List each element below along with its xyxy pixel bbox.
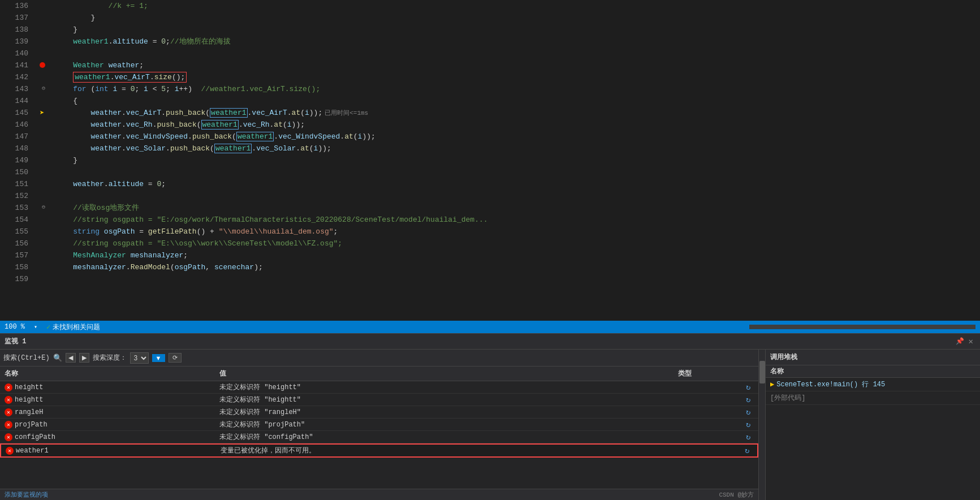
refresh-icon[interactable]: ↻ (746, 420, 750, 429)
code-line: string osgPath = getFilePath() + "\\mode… (51, 226, 980, 238)
table-row: 141 Weather weather; (0, 59, 980, 71)
call-stack-row[interactable]: [外部代码] (766, 391, 980, 405)
code-line: weather.vec_Rh.push_back(weather1.vec_Rh… (51, 119, 980, 131)
watch-cell-refresh[interactable]: ↻ (741, 431, 758, 443)
search-icon: 🔍 (53, 354, 62, 363)
add-watch-link[interactable]: 添加要监视的项 (5, 490, 48, 499)
watch-cell-refresh[interactable]: ↻ (741, 394, 758, 406)
vertical-scrollbar[interactable] (758, 350, 765, 500)
refresh-icon[interactable]: ↻ (746, 407, 750, 417)
table-row: 149 } (0, 154, 980, 166)
watch-cell-value: 未定义标识符 "heightt" (215, 381, 674, 393)
watch-cell-refresh[interactable]: ↻ (741, 406, 758, 418)
code-line: meshanalyzer.ReadModel(osgPath, scenecha… (51, 261, 980, 273)
watch-cell-name: ✕ rangleH (0, 407, 215, 417)
search-next-button[interactable]: ▶ (79, 353, 89, 363)
watch-row[interactable]: ✕ heightt 未定义标识符 "heightt" ↻ (0, 394, 758, 406)
error-icon: ✕ (6, 447, 14, 455)
watch-cell-type (674, 436, 741, 438)
watch-cell-refresh[interactable]: ↻ (741, 419, 758, 430)
watch-cell-refresh[interactable]: ↻ (740, 445, 757, 456)
table-row: 147 weather.vec_WindvSpeed.push_back(wea… (0, 131, 980, 143)
scrollbar-thumb-v[interactable] (759, 361, 765, 383)
gutter (34, 24, 51, 36)
code-line: } (51, 12, 980, 24)
watch-row[interactable]: ✕ heightt 未定义标识符 "heightt" ↻ (0, 381, 758, 394)
watch-row[interactable]: ✕ rangleH 未定义标识符 "rangleH" ↻ (0, 406, 758, 419)
error-icon: ✕ (5, 396, 12, 404)
gutter (34, 36, 51, 48)
watch-rows: ✕ heightt 未定义标识符 "heightt" ↻ ✕ heightt 未… (0, 381, 758, 489)
gutter (34, 249, 51, 261)
filter-button[interactable]: ▼ (152, 354, 165, 362)
table-row: 140 (0, 48, 980, 59)
call-stack-row[interactable]: ▶ SceneTest.exe!main() 行 145 (766, 378, 980, 391)
table-row: 150 (0, 166, 980, 178)
line-number: 141 (0, 59, 34, 71)
code-line: } (51, 154, 980, 166)
watch-row[interactable]: ✕ configPath 未定义标识符 "configPath" ↻ (0, 431, 758, 443)
call-stack-col-name: 名称 (766, 365, 980, 378)
watch-row[interactable]: ✕ projPath 未定义标识符 "projPath" ↻ (0, 419, 758, 431)
gutter (34, 166, 51, 178)
line-number: 148 (0, 143, 34, 154)
horizontal-scrollbar[interactable] (749, 325, 975, 329)
watch-cell-type (674, 386, 741, 389)
code-line: weather1.altitude = 0;//地物所在的海拔 (51, 36, 980, 48)
watch-cell-value: 变量已被优化掉，因而不可用。 (216, 445, 672, 456)
refresh-icon[interactable]: ↻ (746, 432, 750, 442)
watch-panel: 搜索(Ctrl+E) 🔍 ◀ ▶ 搜索深度： 3 1 2 4 5 ▼ ⟳ 名称 … (0, 350, 758, 500)
line-number: 150 (0, 166, 34, 178)
gutter (34, 154, 51, 166)
line-number: 142 (0, 71, 34, 83)
gutter (34, 0, 51, 12)
code-container[interactable]: 136 //k += 1; 137 } 138 } 139 (0, 0, 980, 321)
panel-controls: 📌 ✕ (956, 335, 975, 347)
table-row: 136 //k += 1; (0, 0, 980, 12)
zoom-dropdown-icon[interactable]: ▾ (34, 324, 37, 330)
no-issues-text: 未找到相关问题 (53, 322, 100, 332)
error-icon: ✕ (5, 421, 12, 429)
search-prev-button[interactable]: ◀ (66, 353, 76, 363)
line-number: 156 (0, 238, 34, 249)
watch-row-selected[interactable]: ✕ weather1 变量已被优化掉，因而不可用。 ↻ (0, 443, 758, 458)
refresh-icon[interactable]: ↻ (746, 382, 750, 392)
gutter (34, 214, 51, 226)
watch-table-header: 名称 值 类型 (0, 367, 758, 381)
table-row: 157 MeshAnalyzer meshanalyzer; (0, 249, 980, 261)
line-number: 152 (0, 190, 34, 202)
gutter (34, 95, 51, 107)
bottom-panel: 监视 1 📌 ✕ 搜索(Ctrl+E) 🔍 ◀ ▶ 搜索深度： 3 1 2 4 … (0, 333, 980, 500)
close-panel-button[interactable]: ✕ (966, 335, 975, 347)
table-row: 139 weather1.altitude = 0;//地物所在的海拔 (0, 36, 980, 48)
editor-area: 136 //k += 1; 137 } 138 } 139 (0, 0, 980, 333)
call-stack-header: 调用堆栈 (766, 350, 980, 365)
gutter (34, 190, 51, 202)
table-row: 159 (0, 273, 980, 285)
code-line: weather.vec_Solar.push_back(weather1.vec… (51, 143, 980, 154)
watch-cell-value: 未定义标识符 "heightt" (215, 394, 674, 406)
table-row: 158 meshanalyzer.ReadModel(osgPath, scen… (0, 261, 980, 273)
pin-button[interactable]: 📌 (956, 337, 964, 346)
table-row: 145 ➤ weather.vec_AirT.push_back(weather… (0, 107, 980, 119)
code-line: for (int i = 0; i < 5; i++) //weather1.v… (51, 83, 980, 95)
error-icon: ✕ (5, 408, 12, 416)
refresh-icon[interactable]: ↻ (746, 395, 750, 404)
code-line (51, 190, 980, 202)
watch-cell-type (674, 411, 741, 413)
check-circle-icon: ✓ (46, 323, 50, 331)
watch-var-name: rangleH (15, 408, 43, 416)
panel-title: 监视 1 (5, 337, 26, 346)
line-number: 154 (0, 214, 34, 226)
table-row: 144 { (0, 95, 980, 107)
col-header-refresh (741, 368, 758, 380)
code-line: Weather weather; (51, 59, 980, 71)
watch-cell-refresh[interactable]: ↻ (741, 381, 758, 393)
watch-cell-name: ✕ projPath (0, 420, 215, 430)
gutter (34, 12, 51, 24)
no-issues-indicator: ✓ 未找到相关问题 (46, 322, 100, 332)
depth-select[interactable]: 3 1 2 4 5 (130, 352, 149, 364)
refresh-button[interactable]: ⟳ (169, 353, 182, 363)
code-line: weather.altitude = 0; (51, 178, 980, 190)
refresh-icon[interactable]: ↻ (745, 446, 749, 455)
